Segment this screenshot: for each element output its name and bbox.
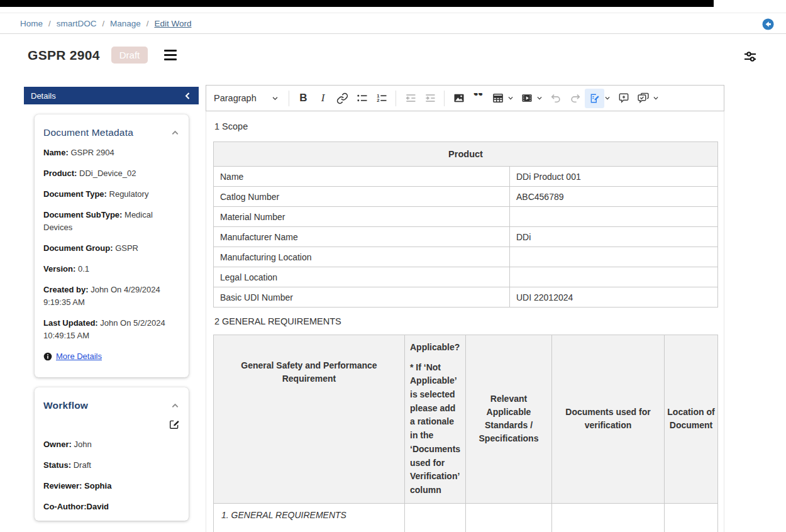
details-panel: Details Document Metadata Name: GSPR 290… bbox=[24, 87, 199, 521]
breadcrumb-smartdoc[interactable]: smartDOC bbox=[57, 19, 97, 28]
breadcrumb-home[interactable]: Home bbox=[20, 19, 43, 28]
workflow-field-status: Status: Draft bbox=[43, 459, 180, 472]
metadata-field-document-subtype: Document SubType: Medical Devices bbox=[43, 209, 180, 234]
breadcrumb-edit-word[interactable]: Edit Word bbox=[154, 19, 191, 28]
page-header: GSPR 2904 Draft bbox=[28, 47, 177, 64]
bulleted-list-icon[interactable] bbox=[352, 89, 372, 108]
metadata-field-document-type: Document Type: Regulatory bbox=[43, 188, 180, 201]
gspr-col-documents: Documents used for verification bbox=[552, 335, 665, 504]
toolbar-separator bbox=[289, 91, 289, 106]
metadata-field-version: Version: 0.1 bbox=[43, 263, 180, 275]
details-panel-title: Details bbox=[31, 91, 56, 101]
table-row: Manufacturer Name DDi bbox=[214, 227, 718, 247]
chevron-down-icon bbox=[272, 95, 279, 102]
gspr-table: General Safety and Performance Requireme… bbox=[213, 335, 718, 532]
scope-heading: 1 Scope bbox=[214, 121, 717, 131]
gspr-section-title: 1. GENERAL REQUIREMENTS bbox=[221, 510, 346, 520]
metadata-card-title: Document Metadata bbox=[43, 127, 133, 138]
bold-button[interactable]: B bbox=[294, 89, 313, 108]
chevron-down-icon[interactable] bbox=[604, 95, 611, 101]
table-row: Catlog Number ABC456789 bbox=[214, 187, 718, 207]
table-row: Basic UDI Number UDI 22012024 bbox=[214, 287, 718, 308]
edit-workflow-icon[interactable] bbox=[169, 419, 180, 430]
hamburger-menu-icon[interactable] bbox=[164, 50, 177, 60]
document-metadata-card: Document Metadata Name: GSPR 2904 Produc… bbox=[35, 114, 189, 377]
paragraph-style-dropdown[interactable]: Paragraph bbox=[210, 89, 284, 108]
product-table: Product Name DDi Product 001 Catlog Numb… bbox=[213, 141, 718, 308]
indent-icon[interactable] bbox=[420, 89, 440, 108]
undo-icon[interactable] bbox=[546, 89, 565, 108]
breadcrumb-separator: / bbox=[147, 19, 149, 28]
editor-toolbar: Paragraph B I 1 2 bbox=[206, 85, 724, 111]
product-table-header: Product bbox=[214, 142, 718, 167]
metadata-field-product: Product: DDi_Device_02 bbox=[43, 167, 180, 180]
chevron-down-icon[interactable] bbox=[507, 95, 514, 101]
breadcrumb: Home / smartDOC / Manage / Edit Word bbox=[0, 13, 786, 34]
document-editor: Paragraph B I 1 2 bbox=[206, 85, 724, 532]
numbered-list-icon[interactable]: 1 2 bbox=[372, 89, 391, 108]
link-icon[interactable] bbox=[333, 89, 352, 108]
table-row: Name DDi Product 001 bbox=[214, 167, 718, 187]
gspr-col-requirement: General Safety and Performance Requireme… bbox=[214, 335, 405, 504]
italic-button[interactable]: I bbox=[313, 89, 333, 108]
general-requirements-heading: 2 GENERAL REQUIREMENTS bbox=[214, 316, 717, 326]
toolbar-separator bbox=[444, 91, 445, 106]
gspr-col-location: Location of Document bbox=[665, 335, 718, 504]
workflow-field-reviewer: Reviewer: Sophia bbox=[43, 480, 180, 492]
workflow-field-co-author: Co-Author:David bbox=[43, 501, 180, 513]
table-row: Legal Location bbox=[214, 267, 718, 287]
sliders-icon[interactable] bbox=[743, 49, 758, 64]
workflow-field-owner: Owner: John bbox=[43, 438, 180, 451]
gspr-col-standards: Relevant Applicable Standards / Specific… bbox=[466, 335, 552, 504]
toolbar-separator bbox=[396, 91, 396, 106]
metadata-field-created-by: Created by: John On 4/29/2024 9:19:35 AM bbox=[43, 284, 180, 309]
gspr-data-row: 1. GENERAL REQUIREMENTS bbox=[214, 503, 718, 532]
outdent-icon[interactable] bbox=[401, 89, 420, 108]
chevron-left-icon[interactable] bbox=[184, 92, 192, 100]
track-changes-icon[interactable] bbox=[585, 89, 604, 108]
more-details-link[interactable]: More Details bbox=[56, 352, 102, 361]
breadcrumb-manage[interactable]: Manage bbox=[110, 19, 141, 28]
back-icon[interactable] bbox=[762, 18, 774, 30]
gspr-col-applicable: Applicable? * If ‘Not Applicable’ is sel… bbox=[405, 335, 466, 504]
info-icon bbox=[43, 352, 52, 361]
chevron-up-icon[interactable] bbox=[170, 128, 180, 138]
page-title: GSPR 2904 bbox=[28, 48, 100, 63]
table-row: Material Number bbox=[214, 207, 718, 227]
media-embed-icon[interactable] bbox=[517, 89, 536, 108]
workflow-card: Workflow Owner: John Status: Draft Revie… bbox=[35, 387, 189, 521]
editor-content[interactable]: 1 Scope Product Name DDi Product 001 Cat… bbox=[206, 111, 724, 532]
insert-table-icon[interactable] bbox=[488, 89, 507, 108]
comments-archive-icon[interactable] bbox=[633, 89, 653, 108]
add-comment-icon[interactable] bbox=[614, 89, 633, 108]
status-badge: Draft bbox=[111, 47, 148, 64]
breadcrumb-separator: / bbox=[102, 19, 104, 28]
metadata-field-name: Name: GSPR 2904 bbox=[43, 147, 180, 159]
chevron-down-icon[interactable] bbox=[536, 95, 543, 101]
metadata-field-last-updated: Last Updated: John On 5/2/2024 10:49:15 … bbox=[43, 317, 180, 342]
block-quote-icon[interactable]: “ bbox=[468, 89, 488, 108]
table-row: Manufacturing Location bbox=[214, 247, 718, 267]
breadcrumb-separator: / bbox=[48, 19, 51, 28]
redo-icon[interactable] bbox=[565, 89, 585, 108]
svg-text:2: 2 bbox=[377, 98, 379, 104]
chevron-down-icon[interactable] bbox=[653, 95, 659, 101]
top-progress-bar bbox=[0, 0, 714, 7]
workflow-card-title: Workflow bbox=[43, 400, 88, 411]
details-panel-header[interactable]: Details bbox=[24, 87, 199, 104]
chevron-up-icon[interactable] bbox=[170, 401, 180, 411]
gspr-header-row: General Safety and Performance Requireme… bbox=[214, 335, 718, 504]
metadata-field-document-group: Document Group: GSPR bbox=[43, 242, 180, 255]
insert-image-icon[interactable] bbox=[449, 89, 468, 108]
